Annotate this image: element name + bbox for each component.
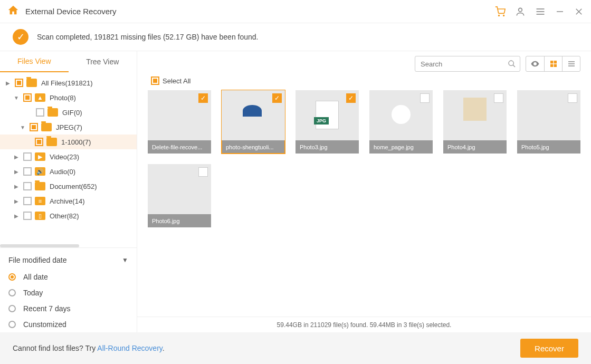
thumbnail-caption: home_page.jpg <box>369 140 433 154</box>
tree-label: Video(23) <box>50 153 79 161</box>
thumbnail-checkbox[interactable] <box>420 93 430 103</box>
thumbnail[interactable]: Delete-file-recove... ✓ <box>148 90 211 154</box>
chevron-right-icon[interactable]: ▶ <box>13 154 20 160</box>
svg-rect-13 <box>550 64 553 67</box>
thumbnail-checkbox[interactable]: ✓ <box>346 93 356 103</box>
tree-label: Archive(14) <box>50 197 84 205</box>
date-filter-title: File modified date <box>8 256 67 264</box>
chevron-down-icon[interactable]: ▼ <box>13 95 20 101</box>
thumbnail-checkbox[interactable]: ✓ <box>272 93 282 103</box>
status-bar: ✓ Scan completed, 191821 missing files (… <box>0 23 591 51</box>
radio-label: All date <box>23 273 48 281</box>
radio-customized[interactable]: Cunstomized <box>8 317 128 332</box>
scrollbar[interactable] <box>0 244 79 247</box>
chevron-down-icon[interactable]: ▼ <box>122 256 128 264</box>
all-round-recovery-link[interactable]: All-Round Recovery <box>97 344 162 352</box>
tree-row-other[interactable]: ▶ ▯ Other(82) <box>0 208 137 223</box>
checkbox-icon[interactable] <box>35 138 43 146</box>
thumbnail-caption: Photo4.jpg <box>443 140 507 154</box>
thumbnail[interactable]: Photo5.jpg <box>517 90 580 154</box>
chevron-right-icon[interactable]: ▶ <box>13 213 20 219</box>
thumbnail[interactable]: Photo4.jpg <box>443 90 507 154</box>
thumbnail-caption: Delete-file-recove... <box>148 140 211 154</box>
tree-row-jpeg-range[interactable]: 1-1000(7) <box>0 135 137 149</box>
svg-rect-11 <box>550 61 553 63</box>
svg-line-10 <box>513 65 515 67</box>
list-view-icon[interactable] <box>562 56 580 71</box>
checkbox-icon[interactable] <box>23 93 32 102</box>
thumbnail-caption: Photo5.jpg <box>517 140 580 154</box>
folder-icon <box>41 123 52 131</box>
tree-row-document[interactable]: ▶ Document(652) <box>0 179 137 194</box>
tree-row-archive[interactable]: ▶ ≡ Archive(14) <box>0 194 137 208</box>
select-all-row[interactable]: Select All <box>137 76 591 90</box>
tab-files-view[interactable]: Files View <box>0 51 69 72</box>
cart-icon[interactable] <box>495 6 506 17</box>
archive-icon: ≡ <box>35 197 45 205</box>
tree-row-all-files[interactable]: ▶ All Files(191821) <box>0 75 137 90</box>
tree-row-jpeg[interactable]: ▼ JPEG(7) <box>0 120 137 135</box>
tree-row-gif[interactable]: GIF(0) <box>0 105 137 120</box>
search-input[interactable] <box>415 56 520 72</box>
radio-icon[interactable] <box>8 305 16 312</box>
home-icon[interactable] <box>7 4 19 19</box>
svg-point-0 <box>499 15 500 16</box>
checkbox-icon[interactable] <box>23 212 32 220</box>
user-icon[interactable] <box>515 6 526 17</box>
thumbnail[interactable]: Photo6.jpg <box>148 164 211 227</box>
checkbox-icon[interactable] <box>15 79 23 87</box>
thumbnail-checkbox[interactable] <box>198 167 208 177</box>
svg-rect-14 <box>554 64 556 67</box>
checkbox-icon[interactable] <box>23 167 32 176</box>
radio-icon[interactable] <box>8 321 16 328</box>
tree-row-audio[interactable]: ▶ 🔊 Audio(0) <box>0 164 137 179</box>
radio-all-date[interactable]: All date <box>8 269 128 285</box>
radio-label: Today <box>23 289 43 297</box>
radio-recent-7-days[interactable]: Recent 7 days <box>8 301 128 317</box>
thumbnail[interactable]: home_page.jpg <box>369 90 433 154</box>
hint-prefix: Cannot find lost files? Try <box>13 344 97 352</box>
grid-view-icon[interactable] <box>544 56 562 71</box>
svg-point-2 <box>519 8 522 12</box>
thumbnail-checkbox[interactable]: ✓ <box>198 93 208 103</box>
photo-icon: ▲ <box>35 93 45 102</box>
tab-tree-view[interactable]: Tree View <box>69 51 137 72</box>
minimize-icon[interactable] <box>555 6 565 17</box>
checkbox-icon[interactable] <box>23 197 32 205</box>
tree-row-photo[interactable]: ▼ ▲ Photo(8) <box>0 90 137 105</box>
close-icon[interactable] <box>574 6 584 17</box>
folder-icon <box>35 182 45 190</box>
recover-button[interactable]: Recover <box>520 339 578 358</box>
preview-icon[interactable] <box>526 56 544 71</box>
radio-today[interactable]: Today <box>8 285 128 301</box>
checkbox-icon[interactable] <box>30 123 38 131</box>
thumbnail[interactable]: photo-shengtuoli... ✓ <box>222 90 285 154</box>
chevron-right-icon[interactable]: ▶ <box>13 198 20 204</box>
checkbox-icon[interactable] <box>23 152 32 161</box>
view-controls <box>526 56 580 72</box>
thumbnail[interactable]: Photo3.jpg ✓ <box>296 90 359 154</box>
tree-label: Document(652) <box>50 183 97 190</box>
jpg-file-icon <box>316 101 339 129</box>
chevron-right-icon[interactable]: ▶ <box>13 184 20 189</box>
checkbox-icon[interactable] <box>36 108 44 117</box>
checkbox-icon[interactable] <box>151 76 159 85</box>
menu-icon[interactable] <box>535 6 546 17</box>
date-filter-header[interactable]: File modified date ▼ <box>8 251 128 269</box>
search-icon[interactable] <box>508 60 516 70</box>
thumbnail-checkbox[interactable] <box>568 93 577 103</box>
svg-point-9 <box>509 61 513 65</box>
tree-row-video[interactable]: ▶ ▶ Video(23) <box>0 149 137 164</box>
radio-icon[interactable] <box>8 289 16 296</box>
chevron-right-icon[interactable]: ▶ <box>13 169 20 175</box>
radio-icon[interactable] <box>8 273 16 281</box>
chevron-down-icon[interactable]: ▼ <box>19 124 26 130</box>
tree-label: Audio(0) <box>50 168 75 176</box>
folder-icon <box>47 108 58 117</box>
thumbnail-caption: photo-shengtuoli... <box>222 140 285 154</box>
content: Select All Delete-file-recove... ✓ photo… <box>137 51 591 332</box>
thumbnail-checkbox[interactable] <box>494 93 503 103</box>
chevron-right-icon[interactable]: ▶ <box>4 80 12 86</box>
tree-label: Photo(8) <box>50 94 76 102</box>
checkbox-icon[interactable] <box>23 182 32 190</box>
